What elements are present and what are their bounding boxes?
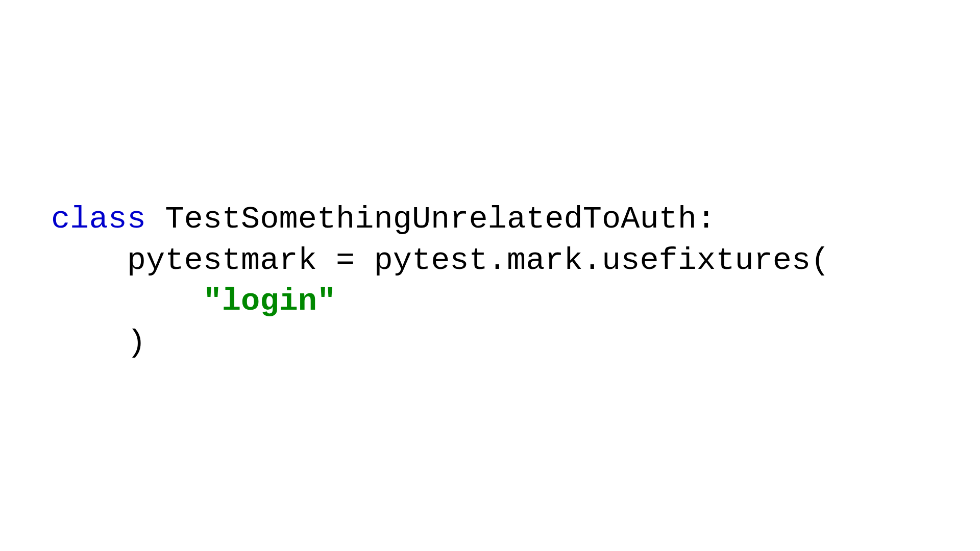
keyword-class: class bbox=[51, 201, 146, 237]
class-declaration: TestSomethingUnrelatedToAuth: bbox=[146, 201, 716, 237]
code-block: class TestSomethingUnrelatedToAuth: pyte… bbox=[51, 199, 829, 363]
pytestmark-assignment: pytestmark = pytest.mark.usefixtures( bbox=[127, 242, 830, 279]
closing-paren: ) bbox=[127, 324, 146, 361]
indent-line3 bbox=[51, 283, 203, 319]
indent-line4 bbox=[51, 324, 127, 361]
string-login: "login" bbox=[203, 283, 336, 319]
indent-line2 bbox=[51, 242, 127, 279]
